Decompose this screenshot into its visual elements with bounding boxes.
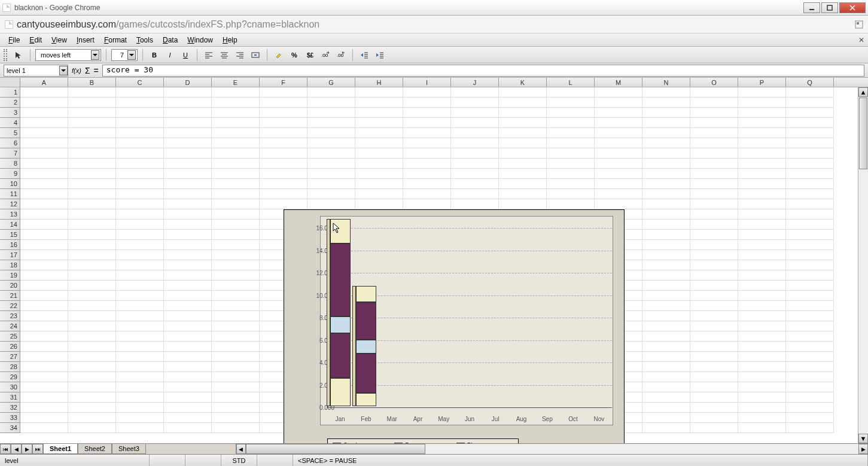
cell[interactable] — [403, 87, 451, 98]
cell[interactable] — [738, 281, 786, 291]
row-header-16[interactable]: 16 — [0, 240, 20, 250]
cell[interactable] — [738, 220, 786, 230]
cell[interactable] — [164, 382, 212, 392]
cell[interactable] — [786, 372, 834, 382]
cell[interactable] — [212, 230, 260, 240]
cell[interactable] — [690, 423, 738, 433]
row-header-32[interactable]: 32 — [0, 403, 20, 413]
cell[interactable] — [20, 118, 68, 128]
align-left-button[interactable] — [202, 48, 215, 62]
cell[interactable] — [212, 98, 260, 108]
underline-button[interactable]: U — [179, 48, 192, 62]
cell[interactable] — [116, 98, 164, 108]
menu-window[interactable]: Window — [182, 35, 218, 45]
cell[interactable] — [595, 189, 642, 199]
cell[interactable] — [164, 301, 212, 311]
cell[interactable] — [260, 108, 307, 118]
cell[interactable] — [212, 321, 260, 331]
cell[interactable] — [164, 98, 212, 108]
cell[interactable] — [642, 87, 690, 98]
cell[interactable] — [738, 169, 786, 179]
cell[interactable] — [403, 128, 451, 138]
hscroll-thumb[interactable] — [246, 444, 425, 454]
cell[interactable] — [307, 148, 355, 159]
cell[interactable] — [642, 250, 690, 260]
cell[interactable] — [20, 301, 68, 311]
toolbar-handle[interactable] — [4, 49, 7, 61]
col-header-H[interactable]: H — [355, 78, 403, 87]
cell[interactable] — [260, 179, 307, 189]
cell[interactable] — [786, 148, 834, 159]
cell[interactable] — [451, 98, 499, 108]
select-all-corner[interactable] — [0, 78, 20, 87]
cell[interactable] — [451, 128, 499, 138]
row-header-12[interactable]: 12 — [0, 199, 20, 209]
percent-button[interactable]: % — [288, 48, 301, 62]
cell[interactable] — [116, 128, 164, 138]
cell[interactable] — [212, 159, 260, 169]
cell[interactable] — [20, 189, 68, 199]
cell[interactable] — [786, 423, 834, 433]
menu-data[interactable]: Data — [158, 35, 182, 45]
cell[interactable] — [690, 403, 738, 413]
row-header-25[interactable]: 25 — [0, 331, 20, 342]
row-header-8[interactable]: 8 — [0, 159, 20, 169]
cell[interactable] — [642, 98, 690, 108]
cell[interactable] — [164, 352, 212, 362]
cell[interactable] — [68, 260, 116, 270]
cell[interactable] — [212, 118, 260, 128]
scroll-left-button[interactable]: ◀ — [236, 444, 246, 454]
cell[interactable] — [738, 392, 786, 403]
col-header-K[interactable]: K — [499, 78, 547, 87]
row-header-4[interactable]: 4 — [0, 118, 20, 128]
cell[interactable] — [499, 87, 547, 98]
cell[interactable] — [212, 87, 260, 98]
cell[interactable] — [738, 423, 786, 433]
cell[interactable] — [738, 260, 786, 270]
tab-last-button[interactable]: ⏭ — [32, 444, 43, 454]
cell[interactable] — [642, 352, 690, 362]
row-header-27[interactable]: 27 — [0, 352, 20, 362]
italic-button[interactable]: I — [163, 48, 176, 62]
cell[interactable] — [738, 98, 786, 108]
cell[interactable] — [690, 382, 738, 392]
cell[interactable] — [595, 128, 642, 138]
cell[interactable] — [212, 108, 260, 118]
cell[interactable] — [786, 209, 834, 220]
cell[interactable] — [403, 118, 451, 128]
row-header-13[interactable]: 13 — [0, 209, 20, 220]
cell[interactable] — [212, 128, 260, 138]
cell[interactable] — [307, 118, 355, 128]
col-header-F[interactable]: F — [260, 78, 307, 87]
row-header-29[interactable]: 29 — [0, 372, 20, 382]
sheet-tab-sheet1[interactable]: Sheet1 — [43, 444, 78, 454]
cell[interactable] — [738, 159, 786, 169]
cell[interactable] — [20, 128, 68, 138]
menu-edit[interactable]: Edit — [25, 35, 47, 45]
row-header-9[interactable]: 9 — [0, 169, 20, 179]
cell[interactable] — [68, 138, 116, 148]
cell[interactable] — [260, 148, 307, 159]
menu-help[interactable]: Help — [218, 35, 242, 45]
cell[interactable] — [786, 301, 834, 311]
cell[interactable] — [116, 118, 164, 128]
tab-prev-button[interactable]: ◀ — [11, 444, 22, 454]
row-header-10[interactable]: 10 — [0, 179, 20, 189]
cell[interactable] — [20, 342, 68, 352]
row-header-30[interactable]: 30 — [0, 382, 20, 392]
scroll-thumb[interactable] — [859, 98, 867, 169]
cell[interactable] — [786, 87, 834, 98]
cell[interactable] — [690, 189, 738, 199]
row-header-14[interactable]: 14 — [0, 220, 20, 230]
cell[interactable] — [20, 403, 68, 413]
cell[interactable] — [499, 189, 547, 199]
menu-view[interactable]: View — [47, 35, 72, 45]
row-header-34[interactable]: 34 — [0, 423, 20, 433]
cell[interactable] — [20, 169, 68, 179]
cell[interactable] — [642, 230, 690, 240]
hscroll-track[interactable] — [246, 444, 858, 454]
cell[interactable] — [116, 352, 164, 362]
cell[interactable] — [786, 403, 834, 413]
cell[interactable] — [595, 199, 642, 209]
cell[interactable] — [212, 331, 260, 342]
